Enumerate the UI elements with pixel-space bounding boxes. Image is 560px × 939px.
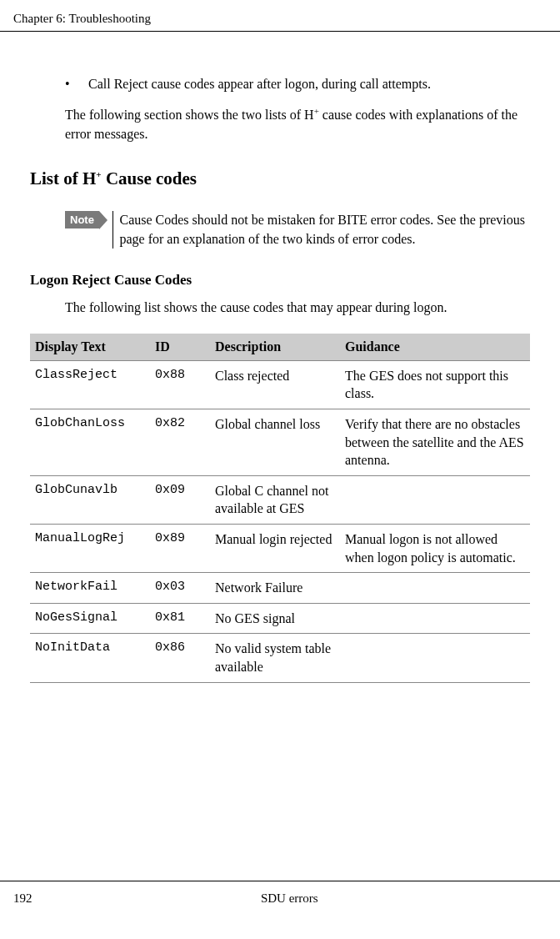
cell-guidance bbox=[340, 475, 530, 524]
footer-page-number: 192 bbox=[13, 891, 32, 906]
cell-id: 0x89 bbox=[150, 525, 210, 573]
table-header-row: Display Text ID Description Guidance bbox=[30, 334, 530, 361]
bullet-item: • Call Reject cause codes appear after l… bbox=[65, 77, 530, 92]
th-id: ID bbox=[150, 334, 210, 361]
table-row: ClassReject 0x88 Class rejected The GES … bbox=[30, 360, 530, 409]
note-text: Cause Codes should not be mistaken for B… bbox=[112, 211, 530, 249]
cell-guidance: Manual logon is not allowed when logon p… bbox=[340, 525, 530, 573]
chapter-label: Chapter 6: Troubleshooting bbox=[13, 12, 151, 25]
cell-id: 0x09 bbox=[150, 475, 210, 524]
note-callout: Note Cause Codes should not be mistaken … bbox=[65, 211, 530, 249]
cell-display: NoInitData bbox=[30, 634, 150, 682]
section-title-a: List of H bbox=[30, 168, 96, 188]
cell-guidance: The GES does not support this class. bbox=[340, 360, 530, 409]
note-tag: Note bbox=[65, 211, 99, 228]
table-row: ManualLogRej 0x89 Manual login rejected … bbox=[30, 525, 530, 573]
sub-paragraph: The following list shows the cause codes… bbox=[65, 300, 530, 315]
cell-desc: Class rejected bbox=[210, 360, 340, 409]
page-footer: 192 SDU errors bbox=[0, 881, 560, 906]
table-row: GlobChanLoss 0x82 Global channel loss Ve… bbox=[30, 409, 530, 476]
cell-desc: Global C channel not available at GES bbox=[210, 475, 340, 524]
sub-heading: Logon Reject Cause Codes bbox=[30, 272, 530, 289]
cell-desc: No valid system table available bbox=[210, 634, 340, 682]
footer-title: SDU errors bbox=[32, 891, 548, 906]
table-row: NetworkFail 0x03 Network Failure bbox=[30, 573, 530, 604]
cell-guidance: Verify that there are no obstacles betwe… bbox=[340, 409, 530, 476]
intro-text-a: The following section shows the two list… bbox=[65, 108, 314, 122]
th-desc: Description bbox=[210, 334, 340, 361]
cell-display: GlobCunavlb bbox=[30, 475, 150, 524]
th-display: Display Text bbox=[30, 334, 150, 361]
cause-codes-table: Display Text ID Description Guidance Cla… bbox=[30, 334, 530, 683]
cell-id: 0x86 bbox=[150, 634, 210, 682]
cell-guidance bbox=[340, 573, 530, 604]
cell-guidance bbox=[340, 603, 530, 634]
section-heading: List of H+ Cause codes bbox=[30, 168, 530, 189]
table-row: NoGesSignal 0x81 No GES signal bbox=[30, 603, 530, 634]
cell-id: 0x82 bbox=[150, 409, 210, 476]
table-row: NoInitData 0x86 No valid system table av… bbox=[30, 634, 530, 682]
cell-desc: No GES signal bbox=[210, 603, 340, 634]
cell-desc: Network Failure bbox=[210, 573, 340, 604]
bullet-dot: • bbox=[65, 77, 88, 92]
intro-paragraph: The following section shows the two list… bbox=[65, 105, 530, 143]
th-guidance: Guidance bbox=[340, 334, 530, 361]
cell-id: 0x81 bbox=[150, 603, 210, 634]
cell-display: NetworkFail bbox=[30, 573, 150, 604]
cell-id: 0x88 bbox=[150, 360, 210, 409]
cell-display: ManualLogRej bbox=[30, 525, 150, 573]
table-row: GlobCunavlb 0x09 Global C channel not av… bbox=[30, 475, 530, 524]
page-content: • Call Reject cause codes appear after l… bbox=[0, 32, 560, 683]
cell-display: NoGesSignal bbox=[30, 603, 150, 634]
cell-display: GlobChanLoss bbox=[30, 409, 150, 476]
cell-display: ClassReject bbox=[30, 360, 150, 409]
page-header: Chapter 6: Troubleshooting bbox=[0, 0, 560, 32]
bullet-text: Call Reject cause codes appear after log… bbox=[88, 77, 431, 92]
cell-guidance bbox=[340, 634, 530, 682]
cell-desc: Manual login rejected bbox=[210, 525, 340, 573]
cell-desc: Global channel loss bbox=[210, 409, 340, 476]
cell-id: 0x03 bbox=[150, 573, 210, 604]
section-title-b: Cause codes bbox=[102, 168, 197, 188]
